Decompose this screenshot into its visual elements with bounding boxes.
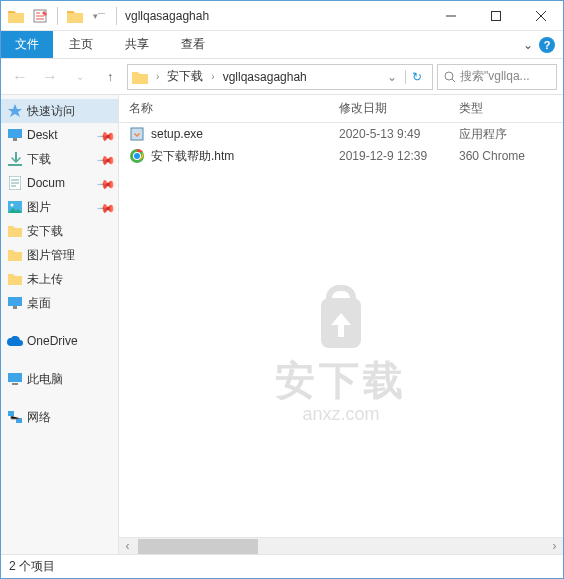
file-type: 360 Chrome	[459, 149, 563, 163]
address-dropdown-icon[interactable]: ⌄	[381, 70, 403, 84]
refresh-icon[interactable]: ↻	[405, 70, 428, 84]
svg-rect-9	[8, 297, 22, 306]
download-icon	[7, 151, 23, 167]
scroll-right-icon[interactable]: ›	[546, 538, 563, 555]
separator	[116, 7, 117, 25]
tab-file[interactable]: 文件	[1, 31, 53, 58]
column-date[interactable]: 修改日期	[339, 100, 459, 117]
sidebar-item-desktop[interactable]: Deskt 📌	[1, 123, 118, 147]
folder-icon	[7, 223, 23, 239]
sidebar-item-folder[interactable]: 未上传	[1, 267, 118, 291]
installer-icon	[129, 126, 145, 142]
sidebar-item-pictures[interactable]: 图片 📌	[1, 195, 118, 219]
tab-view[interactable]: 查看	[165, 31, 221, 58]
search-placeholder: 搜索"vgllqa...	[460, 68, 530, 85]
scroll-left-icon[interactable]: ‹	[119, 538, 136, 555]
svg-rect-19	[321, 298, 361, 348]
horizontal-scrollbar[interactable]: ‹ ›	[119, 537, 563, 554]
sidebar-onedrive[interactable]: OneDrive	[1, 329, 118, 353]
tab-home[interactable]: 主页	[53, 31, 109, 58]
svg-rect-11	[8, 373, 22, 382]
svg-point-8	[11, 204, 14, 207]
svg-rect-1	[491, 11, 500, 20]
sidebar-item-folder[interactable]: 图片管理	[1, 243, 118, 267]
network-icon	[7, 409, 23, 425]
watermark: 安下载 anxz.com	[275, 283, 407, 425]
separator	[57, 7, 58, 25]
sidebar-item-documents[interactable]: Docum 📌	[1, 171, 118, 195]
search-icon	[444, 71, 456, 83]
nav-recent-dropdown[interactable]: ⌄	[67, 64, 93, 90]
file-name: setup.exe	[151, 127, 203, 141]
file-row[interactable]: 安下载帮助.htm 2019-12-9 12:39 360 Chrome	[119, 145, 563, 167]
file-type: 应用程序	[459, 126, 563, 143]
title-bar: ▾— vgllqasagaghah	[1, 1, 563, 31]
desktop-icon	[7, 127, 23, 143]
crumb-item[interactable]: 安下载	[165, 68, 205, 85]
status-bar: 2 个项目	[1, 554, 563, 578]
onedrive-icon	[7, 333, 23, 349]
pin-icon: 📌	[98, 127, 115, 144]
nav-up-button[interactable]: ↑	[97, 64, 123, 90]
qat-dropdown-icon[interactable]: ▾—	[90, 7, 108, 25]
svg-rect-12	[12, 383, 18, 385]
chrome-icon	[129, 148, 145, 164]
svg-rect-20	[329, 288, 353, 308]
folder-icon	[66, 7, 84, 25]
breadcrumb[interactable]: › 安下载 › vgllqasagaghah ⌄ ↻	[127, 64, 433, 90]
pc-icon	[7, 371, 23, 387]
file-date: 2019-12-9 12:39	[339, 149, 459, 163]
sidebar-this-pc[interactable]: 此电脑	[1, 367, 118, 391]
minimize-button[interactable]	[428, 1, 473, 30]
address-bar: ← → ⌄ ↑ › 安下载 › vgllqasagaghah ⌄ ↻ 搜索"vg…	[1, 59, 563, 95]
window-title: vgllqasagaghah	[119, 9, 428, 23]
maximize-button[interactable]	[473, 1, 518, 30]
search-input[interactable]: 搜索"vgllqa...	[437, 64, 557, 90]
nav-forward-button[interactable]: →	[37, 64, 63, 90]
folder-icon	[7, 271, 23, 287]
help-icon[interactable]: ?	[539, 37, 555, 53]
star-icon	[7, 103, 23, 119]
svg-rect-4	[13, 138, 17, 141]
document-icon	[7, 175, 23, 191]
file-row[interactable]: setup.exe 2020-5-13 9:49 应用程序	[119, 123, 563, 145]
svg-point-18	[134, 153, 140, 159]
ribbon: 文件 主页 共享 查看 ⌄ ?	[1, 31, 563, 59]
nav-back-button[interactable]: ←	[7, 64, 33, 90]
tab-share[interactable]: 共享	[109, 31, 165, 58]
ribbon-expand-icon[interactable]: ⌄	[523, 38, 533, 52]
svg-point-2	[445, 72, 453, 80]
sidebar-item-folder[interactable]: 安下载	[1, 219, 118, 243]
file-pane: 名称 修改日期 类型 setup.exe 2020-5-13 9:49 应用程序	[119, 95, 563, 554]
column-type[interactable]: 类型	[459, 100, 563, 117]
pin-icon: 📌	[98, 151, 115, 168]
pictures-icon	[7, 199, 23, 215]
scroll-thumb[interactable]	[138, 539, 258, 554]
sidebar-quick-access[interactable]: 快速访问	[1, 99, 118, 123]
sidebar-network[interactable]: 网络	[1, 405, 118, 429]
pin-icon: 📌	[98, 199, 115, 216]
column-name[interactable]: 名称	[119, 100, 339, 117]
status-text: 2 个项目	[9, 558, 55, 575]
file-date: 2020-5-13 9:49	[339, 127, 459, 141]
svg-rect-3	[8, 129, 22, 138]
file-name: 安下载帮助.htm	[151, 148, 234, 165]
sidebar-item-desktop2[interactable]: 桌面	[1, 291, 118, 315]
folder-icon	[7, 7, 25, 25]
svg-rect-10	[13, 306, 17, 309]
folder-icon	[7, 247, 23, 263]
folder-icon	[132, 70, 148, 84]
desktop-icon	[7, 295, 23, 311]
pin-icon: 📌	[98, 175, 115, 192]
crumb-item[interactable]: vgllqasagaghah	[221, 70, 309, 84]
sidebar-item-downloads[interactable]: 下载 📌	[1, 147, 118, 171]
chevron-right-icon[interactable]: ›	[207, 71, 218, 82]
column-headers: 名称 修改日期 类型	[119, 95, 563, 123]
close-button[interactable]	[518, 1, 563, 30]
svg-rect-13	[8, 411, 14, 416]
chevron-right-icon[interactable]: ›	[152, 71, 163, 82]
sidebar: 快速访问 Deskt 📌 下载 📌 Docum 📌	[1, 95, 119, 554]
properties-icon[interactable]	[31, 7, 49, 25]
svg-rect-5	[8, 164, 22, 166]
svg-rect-15	[131, 128, 143, 140]
